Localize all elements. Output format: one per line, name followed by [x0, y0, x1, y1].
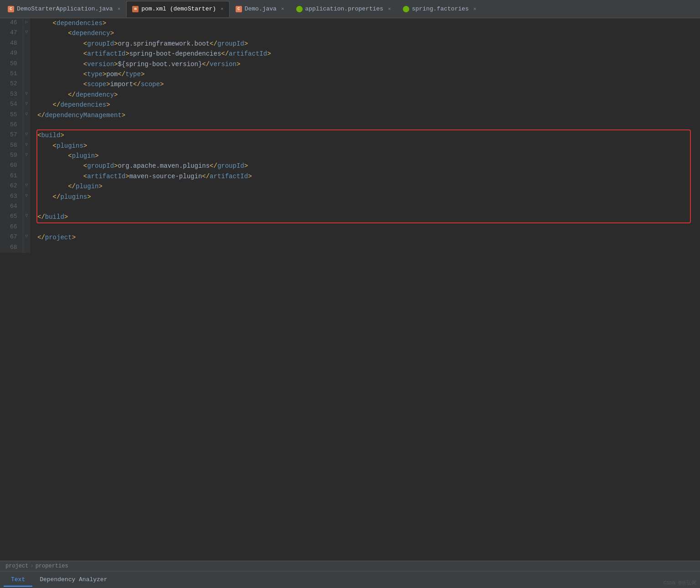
- code-line[interactable]: <type>pom</type>: [30, 69, 700, 79]
- table-row: 57▽<build>: [0, 130, 700, 140]
- code-line[interactable]: <groupId>org.apache.maven.plugins</group…: [30, 161, 700, 171]
- code-line[interactable]: <artifactId>maven-source-plugin</artifac…: [30, 171, 700, 181]
- code-line[interactable]: <version>${spring-boot.version}</version…: [30, 59, 700, 69]
- gutter-fold[interactable]: [23, 79, 30, 89]
- code-line[interactable]: [30, 222, 700, 232]
- tab-springfactories[interactable]: spring.factories ×: [397, 1, 482, 17]
- code-line[interactable]: <build>: [30, 130, 700, 140]
- code-line[interactable]: </build>: [30, 212, 700, 222]
- line-number: 53: [0, 90, 23, 100]
- gutter-fold[interactable]: [23, 161, 30, 171]
- gutter-fold[interactable]: ▷: [23, 18, 30, 28]
- code-line[interactable]: [30, 202, 700, 212]
- line-number: 63: [0, 192, 23, 202]
- tab-demostarter[interactable]: C DemoStarterApplication.java ×: [2, 1, 126, 17]
- table-row: 54▽ </dependencies>: [0, 100, 700, 110]
- tab-pomxml-close[interactable]: ×: [221, 6, 224, 12]
- gutter-fold[interactable]: ▽: [23, 141, 30, 151]
- breadcrumb: project › properties: [0, 561, 700, 572]
- line-number: 52: [0, 79, 23, 89]
- line-number: 64: [0, 202, 23, 212]
- gutter-fold[interactable]: ▽: [23, 100, 30, 110]
- code-line[interactable]: </plugin>: [30, 181, 700, 191]
- breadcrumb-properties: properties: [36, 563, 68, 569]
- breadcrumb-sep: ›: [30, 563, 33, 569]
- line-number: 55: [0, 110, 23, 120]
- gutter-fold[interactable]: [23, 120, 30, 130]
- table-row: 60 <groupId>org.apache.maven.plugins</gr…: [0, 161, 700, 171]
- code-line[interactable]: <scope>import</scope>: [30, 79, 700, 89]
- code-line[interactable]: <dependencies>: [30, 18, 700, 28]
- table-row: 46▷ <dependencies>: [0, 18, 700, 28]
- tab-springfactories-close[interactable]: ×: [474, 6, 477, 12]
- gutter-fold[interactable]: ▽: [23, 130, 30, 140]
- tab-springfactories-label: spring.factories: [412, 5, 469, 12]
- tab-demo-close[interactable]: ×: [281, 6, 284, 12]
- tab-text[interactable]: Text: [4, 573, 32, 587]
- line-number: 48: [0, 39, 23, 49]
- gutter-fold[interactable]: ▽: [23, 181, 30, 191]
- tab-dependency-analyzer[interactable]: Dependency Analyzer: [32, 573, 114, 587]
- table-row: 62▽ </plugin>: [0, 181, 700, 191]
- line-number: 51: [0, 69, 23, 79]
- code-line[interactable]: <dependency>: [30, 28, 700, 38]
- code-line[interactable]: <plugins>: [30, 141, 700, 151]
- gutter-fold[interactable]: [23, 171, 30, 181]
- table-row: 56: [0, 120, 700, 130]
- table-row: 58▽ <plugins>: [0, 141, 700, 151]
- java-icon: C: [8, 6, 14, 12]
- gutter-fold[interactable]: ▽: [23, 232, 30, 242]
- line-number: 66: [0, 222, 23, 232]
- watermark: CSDN @张弘弼: [663, 579, 696, 586]
- gutter-fold[interactable]: ▽: [23, 192, 30, 202]
- code-line[interactable]: <artifactId>spring-boot-dependencies</ar…: [30, 49, 700, 59]
- table-row: 55▽</dependencyManagement>: [0, 110, 700, 120]
- tab-appprops[interactable]: application.properties ×: [290, 1, 397, 17]
- tab-dependency-label: Dependency Analyzer: [40, 576, 107, 583]
- code-line[interactable]: </dependencyManagement>: [30, 110, 700, 120]
- table-row: 50 <version>${spring-boot.version}</vers…: [0, 59, 700, 69]
- code-line[interactable]: [30, 243, 700, 253]
- gutter-fold[interactable]: ▽: [23, 212, 30, 222]
- code-line[interactable]: </dependencies>: [30, 100, 700, 110]
- gutter-fold[interactable]: [23, 222, 30, 232]
- table-row: 65▽</build>: [0, 212, 700, 222]
- code-line[interactable]: <plugin>: [30, 151, 700, 161]
- gutter-fold[interactable]: ▽: [23, 90, 30, 100]
- tab-appprops-close[interactable]: ×: [388, 6, 391, 12]
- tab-demostarter-close[interactable]: ×: [118, 6, 121, 12]
- gutter-fold[interactable]: [23, 39, 30, 49]
- gutter-fold[interactable]: [23, 49, 30, 59]
- tab-bar: C DemoStarterApplication.java × m pom.xm…: [0, 0, 700, 18]
- table-row: 49 <artifactId>spring-boot-dependencies<…: [0, 49, 700, 59]
- tab-demo[interactable]: C Demo.java ×: [230, 1, 290, 17]
- gutter-fold[interactable]: ▽: [23, 151, 30, 161]
- maven-icon: m: [132, 6, 139, 12]
- code-line[interactable]: </dependency>: [30, 90, 700, 100]
- tab-demo-label: Demo.java: [245, 5, 277, 12]
- gutter-fold[interactable]: ▽: [23, 110, 30, 120]
- table-row: 59▽ <plugin>: [0, 151, 700, 161]
- line-number: 57: [0, 130, 23, 140]
- editor-area: 46▷ <dependencies>47▽ <dependency>48 <gr…: [0, 18, 700, 561]
- gutter-fold[interactable]: ▽: [23, 28, 30, 38]
- code-container[interactable]: 46▷ <dependencies>47▽ <dependency>48 <gr…: [0, 18, 700, 561]
- code-line[interactable]: </project>: [30, 232, 700, 242]
- line-number: 59: [0, 151, 23, 161]
- gutter-fold[interactable]: [23, 243, 30, 253]
- gutter-fold[interactable]: [23, 69, 30, 79]
- line-number: 49: [0, 49, 23, 59]
- line-number: 61: [0, 171, 23, 181]
- code-line[interactable]: </plugins>: [30, 192, 700, 202]
- bottom-tabs: Text Dependency Analyzer: [0, 572, 700, 588]
- table-row: 68: [0, 243, 700, 253]
- gutter-fold[interactable]: [23, 59, 30, 69]
- tab-pomxml[interactable]: m pom.xml (demoStarter) ×: [126, 1, 229, 17]
- code-line[interactable]: <groupId>org.springframework.boot</group…: [30, 39, 700, 49]
- code-line[interactable]: [30, 120, 700, 130]
- table-row: 67▽</project>: [0, 232, 700, 242]
- line-number: 58: [0, 141, 23, 151]
- gutter-fold[interactable]: [23, 202, 30, 212]
- table-row: 66: [0, 222, 700, 232]
- line-number: 60: [0, 161, 23, 171]
